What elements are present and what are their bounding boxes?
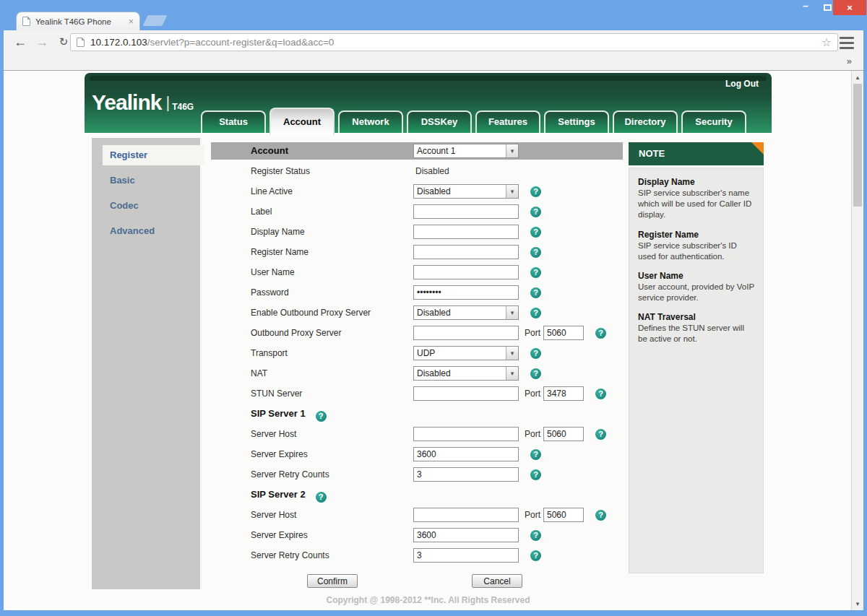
help-icon[interactable]: ? xyxy=(595,510,606,521)
new-tab-button[interactable] xyxy=(142,15,167,26)
outbound-proxy-port-input[interactable] xyxy=(543,326,584,340)
url-text: 10.172.0.103/servlet?p=account-register&… xyxy=(90,37,817,48)
section-title: SIP Server 2 xyxy=(251,489,306,500)
help-icon[interactable]: ? xyxy=(530,530,541,541)
stun-port-input[interactable] xyxy=(543,386,584,401)
section-sip-server-2: SIP Server 2? xyxy=(211,485,623,505)
select-value: Disabled xyxy=(414,306,506,319)
label-input[interactable] xyxy=(413,204,519,219)
tab-settings[interactable]: Settings xyxy=(544,110,609,133)
help-icon[interactable]: ? xyxy=(530,267,541,278)
forward-button[interactable]: → xyxy=(33,32,51,51)
select-value: UDP xyxy=(414,347,506,360)
browser-tab-title: Yealink T46G Phone xyxy=(35,17,125,26)
help-icon[interactable]: ? xyxy=(530,348,541,359)
field-label: Password xyxy=(251,282,289,303)
row-password: Password ? xyxy=(211,282,623,303)
server-expires-1-input[interactable] xyxy=(413,447,519,461)
tab-close-icon[interactable]: × xyxy=(128,17,134,26)
row-register-status: Register Status Disabled xyxy=(211,161,623,181)
note-header: NOTE xyxy=(629,142,764,165)
tab-features[interactable]: Features xyxy=(475,110,540,133)
row-nat: NAT Disabled ▾ ? xyxy=(211,363,623,383)
window-close-button[interactable]: × xyxy=(833,0,866,15)
form-buttons: Confirm Cancel xyxy=(211,574,623,589)
help-icon[interactable]: ? xyxy=(530,550,541,561)
page-scrollbar[interactable]: ▴ ▾ xyxy=(851,71,863,610)
confirm-button[interactable]: Confirm xyxy=(307,574,358,588)
help-icon[interactable]: ? xyxy=(595,328,606,339)
help-icon[interactable]: ? xyxy=(316,411,327,422)
chevron-down-icon: ▾ xyxy=(506,347,518,360)
server-retry-counts-1-input[interactable] xyxy=(413,467,519,482)
browser-tab[interactable]: Yealink T46G Phone × xyxy=(16,12,140,30)
address-bar[interactable]: 10.172.0.103/servlet?p=account-register&… xyxy=(70,33,838,51)
note-section-user-name: User Name User account, provided by VoIP… xyxy=(638,271,754,303)
server-host-2-input[interactable] xyxy=(413,508,519,522)
register-name-input[interactable] xyxy=(413,245,519,259)
help-icon[interactable]: ? xyxy=(530,287,541,298)
server-port-2-input[interactable] xyxy=(543,508,584,522)
row-server-expires-1: Server Expires ? xyxy=(211,444,623,464)
server-port-1-input[interactable] xyxy=(543,427,584,441)
logout-link[interactable]: Log Out xyxy=(725,79,759,89)
help-icon[interactable]: ? xyxy=(316,492,327,503)
scroll-up-icon[interactable]: ▴ xyxy=(852,71,863,83)
display-name-input[interactable] xyxy=(413,225,519,239)
note-section-title: NAT Traversal xyxy=(638,312,754,322)
cancel-button[interactable]: Cancel xyxy=(472,574,522,588)
section-sip-server-1: SIP Server 1? xyxy=(211,404,623,424)
transport-select[interactable]: UDP ▾ xyxy=(413,346,519,360)
tab-status[interactable]: Status xyxy=(201,110,266,133)
note-section-title: User Name xyxy=(638,271,754,281)
window-minimize-button[interactable]: – xyxy=(795,0,816,15)
stun-server-input[interactable] xyxy=(413,386,519,401)
account-select[interactable]: Account 1 ▾ xyxy=(413,144,519,158)
scroll-down-icon[interactable]: ▾ xyxy=(852,598,863,610)
line-active-select[interactable]: Disabled ▾ xyxy=(413,184,519,199)
row-server-retry-counts-2: Server Retry Counts ? xyxy=(211,545,623,565)
field-label: Server Retry Counts xyxy=(251,464,329,485)
help-icon[interactable]: ? xyxy=(530,227,541,238)
bookmarks-overflow-icon[interactable]: » xyxy=(847,56,852,66)
sidebar-item-codec[interactable]: Codec xyxy=(92,196,200,216)
scrollbar-thumb[interactable] xyxy=(853,84,862,207)
logo-divider: | xyxy=(165,93,170,111)
back-button[interactable]: ← xyxy=(11,32,30,51)
help-icon[interactable]: ? xyxy=(530,368,541,379)
server-retry-counts-2-input[interactable] xyxy=(413,548,519,563)
tab-security[interactable]: Security xyxy=(681,110,746,133)
page-favicon-icon xyxy=(22,17,30,26)
password-input[interactable] xyxy=(413,285,519,300)
help-icon[interactable]: ? xyxy=(530,469,541,480)
tab-account[interactable]: Account xyxy=(269,108,335,135)
sidebar-item-register[interactable]: Register xyxy=(103,145,204,165)
url-host: 10.172.0.103 xyxy=(90,37,147,48)
server-expires-2-input[interactable] xyxy=(413,528,519,542)
chrome-menu-button[interactable] xyxy=(838,36,855,50)
sidebar-item-advanced[interactable]: Advanced xyxy=(92,221,200,241)
tab-network[interactable]: Network xyxy=(338,110,403,133)
help-icon[interactable]: ? xyxy=(530,449,541,460)
outbound-proxy-server-input[interactable] xyxy=(413,326,519,340)
tab-directory[interactable]: Directory xyxy=(613,110,678,133)
help-icon[interactable]: ? xyxy=(530,308,541,318)
note-section-title: Display Name xyxy=(638,177,754,187)
sidebar-item-basic[interactable]: Basic xyxy=(92,170,200,191)
account-header-row: Account Account 1 ▾ xyxy=(211,142,623,160)
help-icon[interactable]: ? xyxy=(595,389,606,399)
help-icon[interactable]: ? xyxy=(530,207,541,217)
enable-outbound-proxy-select[interactable]: Disabled ▾ xyxy=(413,305,519,320)
help-icon[interactable]: ? xyxy=(530,186,541,197)
help-icon[interactable]: ? xyxy=(530,247,541,258)
row-user-name: User Name ? xyxy=(211,262,623,282)
note-section-text: Defines the STUN server will be active o… xyxy=(638,323,754,344)
bookmark-star-icon[interactable]: ☆ xyxy=(821,35,832,49)
port-label: Port xyxy=(525,510,540,520)
nat-select[interactable]: Disabled ▾ xyxy=(413,366,519,381)
user-name-input[interactable] xyxy=(413,265,519,279)
server-host-1-input[interactable] xyxy=(413,427,519,441)
help-icon[interactable]: ? xyxy=(595,429,606,440)
field-label: Enable Outbound Proxy Server xyxy=(251,303,371,323)
tab-dsskey[interactable]: DSSKey xyxy=(407,110,472,133)
